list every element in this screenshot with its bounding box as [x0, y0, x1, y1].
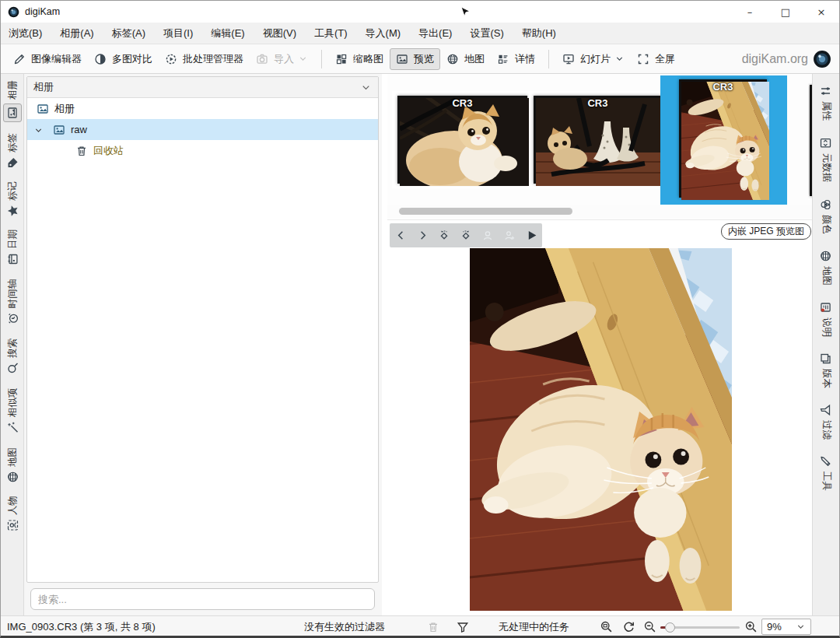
show-face-tags-button[interactable]	[477, 223, 499, 247]
tab-label: 说明	[820, 317, 833, 337]
preview-label: 预览	[414, 52, 434, 66]
sidebar-tab-search[interactable]: 搜索	[1, 332, 23, 380]
sidebar-tab-colors[interactable]: 颜色	[813, 191, 839, 242]
scrollbar-handle[interactable]	[399, 208, 572, 215]
chevron-down-icon	[614, 54, 625, 64]
menu-tools[interactable]: 工具(T)	[314, 26, 348, 40]
zoom-level-dropdown[interactable]: 9%	[761, 619, 811, 635]
menu-import[interactable]: 导入(M)	[366, 26, 401, 40]
chevron-left-icon	[395, 230, 407, 241]
preview-pane: 内嵌 JPEG 预览图	[387, 219, 814, 615]
menu-tag[interactable]: 标签(A)	[112, 26, 145, 40]
colors-icon	[820, 198, 832, 211]
sidebar-tab-albums[interactable]: 相册	[1, 75, 23, 127]
menu-export[interactable]: 导出(E)	[418, 26, 452, 40]
menu-view[interactable]: 视图(V)	[263, 26, 296, 40]
tree-row-raw[interactable]: raw	[27, 119, 378, 140]
search-input[interactable]	[30, 588, 375, 610]
sidebar-tab-filters[interactable]: 过滤	[813, 396, 839, 447]
menu-help[interactable]: 帮助(H)	[522, 26, 556, 40]
batch-queue-button[interactable]: 批处理管理器	[159, 48, 250, 70]
rotate-right-button[interactable]	[455, 223, 477, 247]
main-area: CR3 CR3 CR3	[387, 74, 814, 615]
add-face-tag-button[interactable]	[499, 223, 520, 247]
fullscreen-button[interactable]: 全屏	[631, 48, 681, 70]
tab-label: 工具	[820, 471, 833, 491]
left-sidebar-tabs: 相册 标签 标记 日期 时间轴 搜索 相似项 地图 人物	[1, 74, 24, 615]
minimize-button[interactable]: –	[732, 1, 768, 23]
album-icon	[37, 103, 49, 115]
tab-label: 过滤	[820, 420, 833, 440]
preview-photo[interactable]	[470, 248, 732, 611]
zoom-out-button[interactable]	[643, 616, 656, 637]
zoom-slider[interactable]	[660, 626, 740, 629]
preview-view-button[interactable]: 预览	[390, 48, 440, 70]
thumbnails-view-button[interactable]: 缩略图	[329, 48, 390, 70]
tree-row-trash[interactable]: 回收站	[27, 140, 378, 161]
slideshow-button[interactable]: 幻灯片	[556, 48, 631, 70]
image-icon	[396, 53, 408, 65]
app-icon	[8, 6, 19, 18]
title-bar: digiKam – □ ×	[1, 1, 839, 23]
sidebar-tab-people[interactable]: 人物	[1, 489, 23, 538]
map-view-button[interactable]: 地图	[440, 48, 491, 70]
image-editor-button[interactable]: 图像编辑器	[7, 48, 88, 70]
sidebar-tab-tags[interactable]: 标签	[1, 127, 23, 175]
filter-indicator-button[interactable]	[457, 616, 469, 637]
calendar-icon	[6, 253, 19, 265]
light-table-button[interactable]: 多图对比	[88, 48, 159, 70]
sidebar-tab-dates[interactable]: 日期	[1, 223, 23, 272]
tab-label: 标记	[5, 181, 19, 201]
slideshow-play-button[interactable]	[520, 223, 542, 247]
sidebar-tab-map[interactable]: 地图	[813, 242, 839, 293]
menu-album[interactable]: 相册(A)	[60, 26, 93, 40]
image-editor-label: 图像编辑器	[31, 52, 82, 66]
zoom-in-button[interactable]	[744, 616, 758, 637]
menu-settings[interactable]: 设置(S)	[470, 26, 503, 40]
digikam-logo-icon	[813, 50, 831, 68]
next-button[interactable]	[411, 223, 433, 247]
sidebar-tab-captions[interactable]: 说明	[813, 293, 839, 345]
search-icon	[6, 362, 19, 374]
tab-label: 标签	[5, 133, 19, 152]
thumbbar-scrollbar[interactable]	[387, 205, 814, 219]
sidebar-tab-tools[interactable]: 工具	[813, 447, 839, 499]
light-table-label: 多图对比	[112, 52, 152, 66]
sidebar-tab-similarity[interactable]: 相似项	[1, 380, 23, 441]
thumbnail-item-selected[interactable]: CR3	[660, 75, 787, 205]
sidebar-tab-versions[interactable]: 版本	[813, 345, 839, 396]
trash-status-button[interactable]	[427, 616, 439, 637]
import-button[interactable]: 导入	[250, 48, 314, 70]
tree-row-albums-root[interactable]: 相册	[27, 98, 378, 119]
thumbnail-item[interactable]: CR3	[529, 91, 667, 188]
zoom-refresh-button[interactable]	[622, 616, 635, 637]
details-view-button[interactable]: 详情	[491, 48, 541, 70]
zoom-slider-handle[interactable]	[665, 622, 675, 633]
menu-item[interactable]: 项目(I)	[163, 26, 193, 40]
thumbnail-item[interactable]: CR3	[392, 91, 532, 188]
play-icon	[525, 229, 538, 242]
map-label: 地图	[464, 52, 485, 66]
sidebar-tab-properties[interactable]: 属性	[813, 77, 839, 128]
zoom-fit-button[interactable]	[600, 616, 613, 637]
sidebar-tab-map[interactable]: 地图	[1, 441, 23, 489]
right-sidebar-tabs: 属性 元数据 颜色 地图 说明 版本 过滤 工具	[812, 74, 839, 615]
rotate-left-button[interactable]	[433, 223, 455, 247]
albums-icon	[6, 107, 19, 119]
sidebar-tab-labels[interactable]: 标记	[1, 175, 23, 223]
sidebar-tab-timeline[interactable]: 时间轴	[1, 272, 23, 332]
embedded-jpeg-badge: 内嵌 JPEG 预览图	[721, 223, 811, 240]
format-badge: CR3	[536, 97, 660, 109]
maximize-button[interactable]: □	[768, 1, 803, 23]
album-panel-header[interactable]: 相册	[27, 77, 378, 98]
expander-chevron-icon[interactable]	[27, 124, 38, 135]
tab-label: 时间轴	[5, 279, 19, 309]
face-icon	[6, 519, 19, 531]
sidebar-tab-metadata[interactable]: 元数据	[813, 128, 839, 191]
tree-label: raw	[71, 124, 87, 135]
chevron-down-icon	[360, 82, 372, 93]
previous-button[interactable]	[390, 223, 411, 247]
menu-browse[interactable]: 浏览(B)	[9, 26, 42, 40]
menu-edit[interactable]: 编辑(E)	[211, 26, 244, 40]
close-button[interactable]: ×	[803, 1, 839, 23]
